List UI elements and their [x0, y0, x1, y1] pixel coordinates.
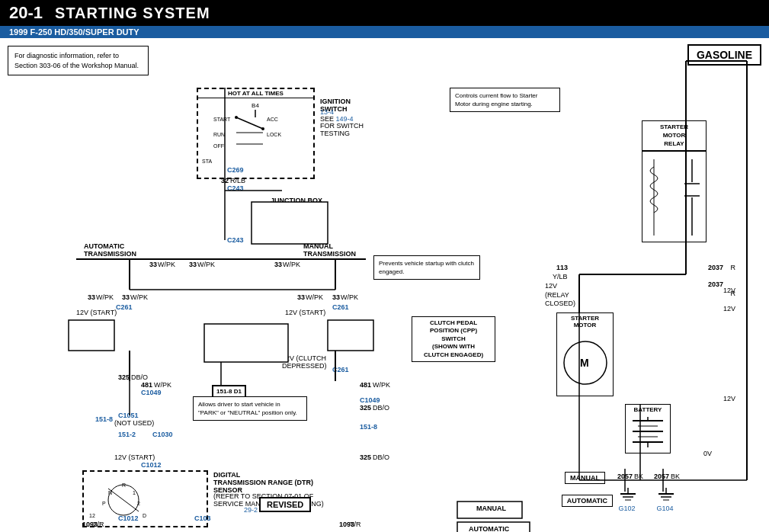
page-title: STARTING SYSTEM — [55, 5, 210, 22]
n33-2: 33 — [189, 261, 197, 268]
automatic-box: AUTOMATIC — [562, 495, 613, 507]
t-r-1: T/R — [93, 521, 104, 528]
c1030: C1030 — [152, 431, 173, 438]
n33-4b: 33 — [122, 293, 130, 301]
n151-2-1: 151-2 — [118, 431, 136, 438]
manual-label-box: MANUAL — [476, 505, 506, 512]
svg-text:RUN: RUN — [213, 132, 225, 137]
svg-line-6 — [236, 117, 263, 129]
c103: C103 — [194, 514, 211, 522]
db-o-2: DB/O — [373, 404, 389, 412]
junction-ref: 13-12 — [274, 218, 292, 226]
svg-point-7 — [235, 116, 238, 119]
n325-1: 325 — [118, 373, 130, 381]
circuit-32: 32 — [221, 177, 229, 184]
clutch-note-box: Prevents vehicle startup with clutch eng… — [373, 255, 480, 280]
wpk-6: W/PK — [154, 381, 171, 389]
c1012-1: C1012 — [141, 461, 162, 469]
svg-text:OFF: OFF — [213, 143, 224, 149]
dtr-label: DIGITALTRANSMISSION RANGE (DTR)SENSOR — [213, 471, 313, 494]
vehicle-subtitle: 1999 F-250 HD/350/SUPER DUTY — [0, 26, 769, 38]
engine-controls-code: 151-8 D1 — [216, 388, 242, 395]
db-o-3: DB/O — [373, 453, 389, 461]
c1049-2: C1049 — [360, 396, 380, 404]
svg-rect-56 — [328, 320, 373, 351]
section-number: 20-1 — [9, 3, 43, 23]
info-box: For diagnostic information, refer to Sec… — [8, 46, 149, 75]
manual-transmission-label: MANUALTRANSMISSION — [303, 242, 356, 258]
g102-group: G102 — [619, 488, 638, 512]
12v-r2: 12V — [723, 305, 735, 312]
ignition-switch-box: HOT AT ALL TIMES B4 START RUN OFF ACC LO… — [197, 88, 315, 179]
park-note-box: Allows driver to start vehicle in "PARK"… — [193, 396, 307, 421]
svg-text:1: 1 — [133, 490, 136, 495]
svg-text:12: 12 — [89, 513, 95, 518]
svg-text:LOCK: LOCK — [267, 132, 281, 137]
automatic-transmission-label: AUTOMATICTRANSMISSION — [84, 242, 136, 258]
wpk-3: W/PK — [283, 261, 300, 268]
cpp-jumper-box: CLUTCH PEDALPOSITION (CPP)SWITCH JUMPER — [204, 324, 288, 354]
12v-start-1: 12V (START) — [76, 309, 117, 316]
svg-text:P: P — [102, 501, 106, 506]
svg-text:STA: STA — [202, 159, 212, 164]
g102-label: G102 — [617, 505, 636, 512]
12v-start-2: 12V (START) — [285, 309, 325, 316]
revised-box: REVISED — [259, 497, 311, 512]
n33-3: 33 — [274, 261, 282, 268]
t-r-2: T/R — [350, 521, 361, 528]
wpk-1: W/PK — [158, 261, 175, 268]
svg-text:D: D — [143, 513, 146, 518]
manual-box: MANUAL — [565, 472, 605, 484]
wpk-4a: W/PK — [96, 293, 114, 301]
y-lb: Y/LB — [553, 273, 568, 280]
relay-closed-label: 12V(RELAYCLOSED) — [545, 282, 575, 309]
n33-5b: 33 — [332, 293, 340, 301]
svg-text:R: R — [122, 482, 126, 488]
svg-rect-55 — [69, 320, 114, 351]
c1051: C1051 — [118, 412, 139, 419]
12v-r1: 12V — [723, 287, 735, 294]
starter-relay-diagram — [642, 151, 707, 242]
n325-3: 325 — [360, 453, 371, 461]
12v-r3: 12V — [723, 395, 735, 402]
12v-clutch: 12V (CLUTCHDEPRESSED) — [282, 354, 327, 370]
svg-text:ACC: ACC — [267, 117, 278, 122]
starter-note-box: Controls current flow to Starter Motor d… — [450, 88, 560, 112]
park-note-text: Allows driver to start vehicle in "PARK"… — [198, 401, 297, 416]
bk-1: BK — [634, 473, 643, 480]
svg-text:M: M — [580, 357, 589, 369]
c261-3: C261 — [332, 366, 349, 373]
svg-point-8 — [261, 127, 264, 130]
n33-5a: 33 — [297, 293, 305, 301]
n481-1: 481 — [141, 381, 152, 389]
gasoline-label: GASOLINE — [687, 44, 761, 66]
c1049-1: C1049 — [141, 389, 162, 396]
hot-at-all-times: HOT AT ALL TIMES — [198, 89, 313, 98]
wpk-5b: W/PK — [341, 293, 358, 301]
wpk-2: W/PK — [197, 261, 215, 268]
bk-2: BK — [671, 473, 680, 480]
starter-relay-box: STARTERMOTORRELAY — [642, 120, 707, 151]
cpp-switch-box: CLUTCH PEDALPOSITION (CPP)SWITCH(SHOWN W… — [412, 316, 495, 362]
0v-label: 0V — [703, 450, 712, 457]
svg-text:B4: B4 — [252, 102, 259, 109]
n481-2: 481 — [360, 381, 371, 389]
svg-text:N: N — [108, 490, 112, 495]
c261-2: C261 — [332, 303, 349, 311]
n33-1: 33 — [149, 261, 157, 268]
r-1: R — [731, 264, 736, 271]
svg-text:2: 2 — [137, 501, 140, 506]
automatic-label-box: AUTOMATIC — [469, 525, 509, 532]
n33-4a: 33 — [88, 293, 95, 301]
n325-2: 325 — [360, 404, 371, 412]
c243-2: C243 — [227, 236, 244, 244]
n2057-2: 2057 — [654, 473, 669, 480]
c1012-2: C1012 — [118, 514, 139, 522]
svg-text:START: START — [213, 117, 231, 122]
c243-1: C243 — [227, 184, 244, 192]
db-o-1: DB/O — [131, 373, 148, 381]
c261-1: C261 — [116, 303, 133, 311]
ignition-for: FOR SWITCHTESTING — [320, 122, 364, 137]
n151-8-1: 151-8 — [95, 415, 113, 423]
n2037-2: 2037 — [708, 280, 723, 288]
